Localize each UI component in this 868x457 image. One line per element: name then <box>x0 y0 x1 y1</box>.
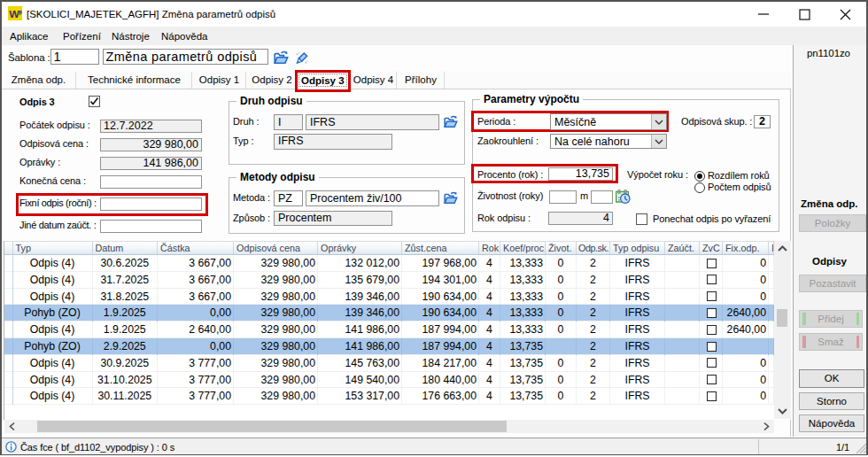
svg-text:F: F <box>19 8 22 16</box>
